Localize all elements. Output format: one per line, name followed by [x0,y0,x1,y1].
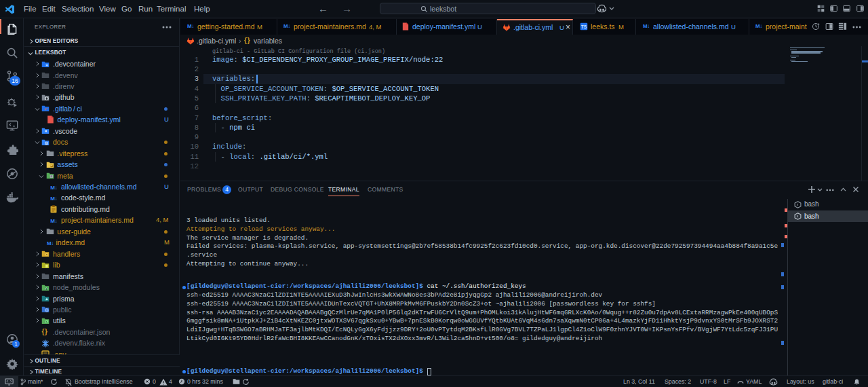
svg-text:TS: TS [581,24,587,29]
